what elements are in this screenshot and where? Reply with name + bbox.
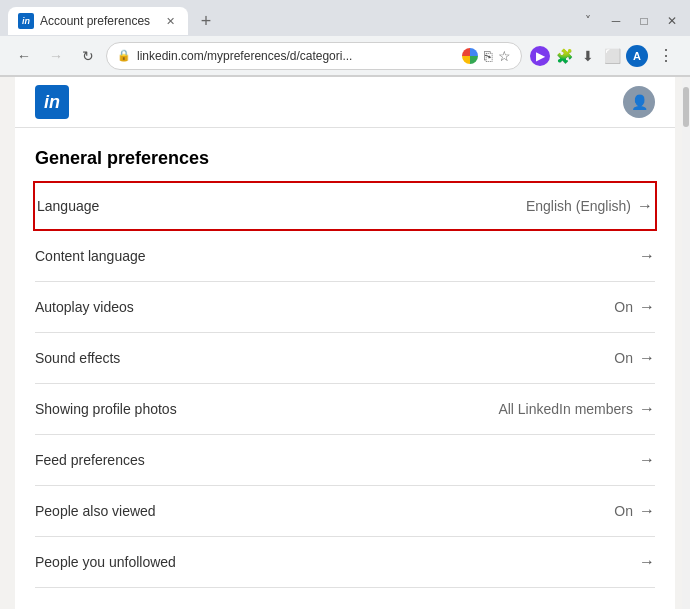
people-unfollowed-label: People you unfollowed [35, 554, 176, 570]
maximize-button[interactable]: □ [634, 11, 654, 31]
page-title: General preferences [35, 148, 655, 169]
profile-photos-label: Showing profile photos [35, 401, 177, 417]
header-right: 👤 [623, 86, 655, 118]
share-icon[interactable]: ⎘ [484, 48, 492, 64]
scrollbar-thumb[interactable] [683, 87, 689, 127]
nav-bar: ← → ↻ 🔒 linkedin.com/mypreferences/d/cat… [0, 36, 690, 76]
download-icon[interactable]: ⬇ [578, 46, 598, 66]
reload-button[interactable]: ↻ [74, 42, 102, 70]
language-label: Language [37, 198, 99, 214]
linkedin-logo[interactable]: in [35, 85, 69, 119]
language-arrow-icon: → [637, 197, 653, 215]
extension-icons: ▶ 🧩 ⬇ ⬜ A [530, 45, 648, 67]
user-avatar[interactable]: 👤 [623, 86, 655, 118]
tab-close-button[interactable]: ✕ [162, 13, 178, 29]
feed-preferences-value-group: → [639, 451, 655, 469]
people-unfollowed-value-group: → [639, 553, 655, 571]
people-also-viewed-value-group: On → [614, 502, 655, 520]
tab-title: Account preferences [40, 14, 156, 28]
content-language-value-group: → [639, 247, 655, 265]
page-scrollbar[interactable] [682, 77, 690, 609]
content-language-arrow-icon: → [639, 247, 655, 265]
feed-preferences-item[interactable]: Feed preferences → [35, 435, 655, 486]
autoplay-videos-item[interactable]: Autoplay videos On → [35, 282, 655, 333]
people-also-viewed-label: People also viewed [35, 503, 156, 519]
language-item[interactable]: Language English (English) → [33, 181, 657, 231]
new-tab-button[interactable]: + [192, 7, 220, 35]
people-also-viewed-arrow-icon: → [639, 502, 655, 520]
address-icons: ⎘ ☆ [462, 48, 511, 64]
forward-button[interactable]: → [42, 42, 70, 70]
browser-tab[interactable]: in Account preferences ✕ [8, 7, 188, 35]
back-button[interactable]: ← [10, 42, 38, 70]
content-language-item[interactable]: Content language → [35, 231, 655, 282]
profile-photos-value-group: All LinkedIn members → [498, 400, 655, 418]
autoplay-videos-value: On [614, 299, 633, 315]
language-value: English (English) [526, 198, 631, 214]
profile-photos-arrow-icon: → [639, 400, 655, 418]
sound-effects-label: Sound effects [35, 350, 120, 366]
minimize-button[interactable]: ─ [606, 11, 626, 31]
close-button[interactable]: ✕ [662, 11, 682, 31]
people-unfollowed-item[interactable]: People you unfollowed → [35, 537, 655, 588]
content-language-label: Content language [35, 248, 146, 264]
page-inner: in 👤 General preferences Language Englis… [15, 77, 675, 609]
tab-favicon: in [18, 13, 34, 29]
feed-preferences-label: Feed preferences [35, 452, 145, 468]
people-unfollowed-arrow-icon: → [639, 553, 655, 571]
feed-preferences-arrow-icon: → [639, 451, 655, 469]
browser-menu-button[interactable]: ⋮ [652, 42, 680, 70]
address-bar[interactable]: 🔒 linkedin.com/mypreferences/d/categori.… [106, 42, 522, 70]
language-value-group: English (English) → [526, 197, 653, 215]
google-icon [462, 48, 478, 64]
autoplay-videos-arrow-icon: → [639, 298, 655, 316]
people-also-viewed-item[interactable]: People also viewed On → [35, 486, 655, 537]
title-bar: in Account preferences ✕ + ˅ ─ □ ✕ [0, 0, 690, 36]
page-content: in 👤 General preferences Language Englis… [0, 77, 690, 609]
browser-chrome: in Account preferences ✕ + ˅ ─ □ ✕ ← → ↻… [0, 0, 690, 77]
chevron-down-button[interactable]: ˅ [578, 11, 598, 31]
preferences-content: General preferences Language English (En… [15, 128, 675, 588]
sound-effects-value-group: On → [614, 349, 655, 367]
sound-effects-item[interactable]: Sound effects On → [35, 333, 655, 384]
profile-photos-item[interactable]: Showing profile photos All LinkedIn memb… [35, 384, 655, 435]
lock-icon: 🔒 [117, 49, 131, 62]
window-controls: ˅ ─ □ ✕ [578, 11, 682, 31]
puzzle-extension-icon[interactable]: 🧩 [554, 46, 574, 66]
people-also-viewed-value: On [614, 503, 633, 519]
address-text: linkedin.com/mypreferences/d/categori... [137, 49, 456, 63]
autoplay-videos-value-group: On → [614, 298, 655, 316]
profile-avatar-icon[interactable]: A [626, 45, 648, 67]
linkedin-header: in 👤 [15, 77, 675, 128]
sound-effects-value: On [614, 350, 633, 366]
purple-extension-icon[interactable]: ▶ [530, 46, 550, 66]
bookmark-icon[interactable]: ☆ [498, 48, 511, 64]
autoplay-videos-label: Autoplay videos [35, 299, 134, 315]
profile-photos-value: All LinkedIn members [498, 401, 633, 417]
sound-effects-arrow-icon: → [639, 349, 655, 367]
window-icon[interactable]: ⬜ [602, 46, 622, 66]
